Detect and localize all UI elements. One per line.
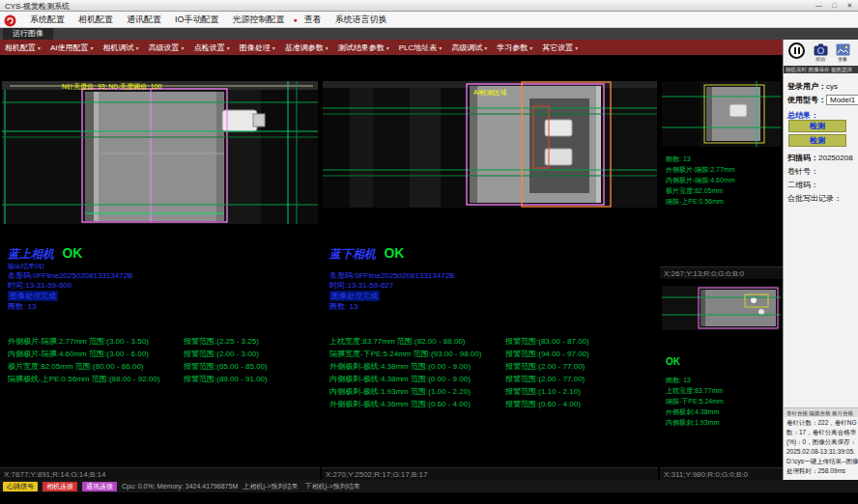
measure-row: 隔膜宽度-下PE:5.24mm 范围:(93.00 - 98.00)报警范围:(…: [329, 349, 589, 359]
tool-learning-params[interactable]: 学习参数▾: [492, 42, 537, 53]
center-camera-name: 蓝下相机: [329, 247, 376, 261]
menu-system-config[interactable]: 系统配置: [23, 14, 72, 26]
tool-camera-debug[interactable]: 相机调试▾: [99, 42, 144, 53]
left-camera-panel: N针亮度值: 93; N0-亮度阈值: 100 蓝上相机 OK 输出结果0针 条…: [0, 55, 320, 480]
left-status: 图像处理完成: [8, 291, 58, 301]
control-button-area: 抓拍 录像: [783, 40, 858, 66]
measure-row: 隔膜极线-上PE:0.56mm 范围:(88.00 - 92.00)报警范围:(…: [8, 374, 268, 384]
menu-camera-config[interactable]: 相机配置: [72, 14, 120, 26]
left-camera-result-row: 蓝上相机 OK: [8, 244, 82, 263]
chevron-down-icon: ▾: [439, 45, 442, 51]
info-panel: 登录用户：cys 使用型号：Model1 总结果： 检测 检测 扫描码：2025…: [783, 73, 858, 480]
aux-top-camera-panel: 圈数: 13 外侧极片-隔膜:2.77mm 内侧极片-隔膜:4.60mm 极片宽…: [660, 55, 783, 279]
tool-image-processing[interactable]: 图像处理▾: [235, 42, 280, 53]
menu-comm-config[interactable]: 通讯配置: [120, 14, 168, 26]
aux-top-line: 极片宽度:82.05mm: [666, 186, 723, 196]
tool-camera-config[interactable]: 相机配置▾: [0, 42, 45, 53]
login-user-value: cys: [826, 82, 838, 91]
aux-bottom-line: 上枕宽度:83.77mm: [666, 386, 723, 396]
menu-light-config[interactable]: 光源控制配置: [226, 14, 292, 26]
stats-header: 卷针合格 隔膜合格 极片合格: [784, 407, 858, 417]
qr-code-label: 二维码：: [787, 180, 818, 190]
aux-top-line: 圈数: 13: [666, 154, 691, 164]
center-camera-panel: AI检测区域 蓝下相机 OK 条形码:0FFline20250208133134…: [322, 55, 658, 480]
camera-connection-badge: 相机连接: [43, 482, 77, 491]
record-caption: 录像: [834, 56, 851, 62]
tool-other-settings[interactable]: 其它设置▾: [537, 42, 583, 53]
tool-advanced-settings[interactable]: 高级设置▾: [144, 42, 189, 53]
left-camera-image-svg: N针亮度值: 93; N0-亮度阈值: 100: [2, 81, 318, 224]
center-time: 时间:13-31-59-627: [329, 280, 393, 291]
measure-row: 外侧极片-隔膜:2.77mm 范围:(3.00 - 3.50)报警范围:(2.2…: [8, 336, 259, 347]
aux-top-line: 内侧极片-隔膜:4.60mm: [666, 176, 735, 185]
chevron-down-icon: ▾: [326, 45, 329, 51]
result-display-top: 检测: [788, 120, 846, 132]
chevron-down-icon: ▾: [38, 45, 41, 51]
stats-line: 卷针计数：222，卷针NG: [786, 419, 857, 428]
chevron-down-icon: ▾: [91, 45, 94, 51]
aux-bottom-image-svg: [662, 286, 781, 330]
result-display-bottom: 检测: [788, 134, 846, 147]
snapshot-caption: 抓拍: [812, 56, 829, 62]
model-value-box: Model1: [826, 95, 858, 105]
center-overlay-text: AI检测区域: [473, 89, 507, 97]
center-status: 图像处理完成: [329, 291, 380, 301]
chevron-down-icon: ▾: [484, 45, 487, 51]
chevron-down-icon: ▾: [227, 45, 230, 51]
menu-io-config[interactable]: IO手动配置: [168, 14, 226, 26]
pause-button[interactable]: [788, 42, 805, 59]
main-toolbar: 相机配置▾ AI使用配置▾ 相机调试▾ 高级设置▾ 点检设置▾ 图像处理▾ 基准…: [0, 40, 783, 55]
menu-bar: 系统配置 相机配置 通讯配置 IO手动配置 光源控制配置 ● 查看 系统语言切换: [0, 12, 858, 28]
aux-bottom-pixel-coords: X:311;Y:980;R:0;G:0;B:0: [660, 467, 783, 480]
title-bar: CYS-视觉检测系统 — □ ✕: [0, 0, 858, 12]
tool-test-result-params[interactable]: 测试结果参数▾: [333, 42, 394, 53]
tool-plc-address[interactable]: PLC地址表▾: [394, 42, 447, 53]
chevron-down-icon: ▾: [182, 45, 185, 51]
aux-bottom-line: 外侧极刺:4.38mm: [666, 407, 719, 417]
aux-bottom-line: 圈数: 13: [666, 376, 691, 385]
app-logo-icon: [4, 14, 16, 26]
measure-row: 上枕宽度:83.77mm 范围:(82.00 - 88.00)报警范围:(83.…: [329, 336, 589, 347]
left-time: 时间:13-31-59-600: [8, 280, 72, 291]
aux-bottom-line: 内侧极刺:1.93mm: [666, 418, 719, 428]
aux-top-pixel-coords: X:267;Y:13;R:0;G:0;B:0: [660, 266, 783, 279]
camera-prejudge-text: 上相机|->预判结果 下相机|->预判结果: [243, 482, 359, 491]
tool-baseline-params[interactable]: 基准调参数▾: [280, 42, 333, 53]
window-title: CYS-视觉检测系统: [5, 1, 70, 12]
menu-view[interactable]: 查看: [298, 14, 329, 26]
tool-advanced-debug[interactable]: 高级调试▾: [446, 42, 492, 53]
app-window: CYS-视觉检测系统 — □ ✕ 系统配置 相机配置 通讯配置 IO手动配置 光…: [0, 0, 858, 504]
close-button[interactable]: ✕: [844, 1, 856, 10]
center-pixel-coords: X:270;Y:2502;R:17;G:17;B:17: [322, 467, 658, 480]
minimize-button[interactable]: —: [813, 1, 825, 10]
center-camera-ok: OK: [384, 245, 404, 261]
login-user-row: 登录用户：cys: [787, 81, 838, 92]
stats-line: (%)：0，图像分离保存：: [786, 438, 856, 447]
aux-top-image-svg: [662, 81, 781, 147]
maximize-button[interactable]: □: [828, 1, 841, 10]
left-camera-ok: OK: [62, 245, 82, 261]
window-controls: — □ ✕: [813, 1, 856, 10]
aux-bottom-camera-view[interactable]: [662, 286, 781, 330]
center-turns: 圈数: 13: [329, 301, 358, 312]
scan-code-value: 20250208: [818, 154, 853, 162]
model-label: 使用型号：: [787, 96, 826, 104]
tool-ai-config[interactable]: AI使用配置▾: [45, 42, 99, 53]
aux-bottom-camera-panel: OK 圈数: 13 上枕宽度:83.77mm 隔膜-下PE:5.24mm 外侧极…: [660, 279, 783, 480]
measure-row: 内侧极刺-极线:1.93mm 范围:(1.00 - 2.20)报警范围:(1.1…: [329, 386, 581, 397]
chevron-down-icon: ▾: [136, 45, 139, 51]
tab-run-image[interactable]: 运行图像: [3, 28, 53, 40]
measure-row: 极片宽度:82.05mm 范围:(80.00 - 86.00)报警范围:(65.…: [8, 361, 268, 372]
stats-line: 数：17，卷针分离合格率: [786, 429, 856, 437]
chevron-down-icon: ▾: [529, 45, 532, 51]
chevron-down-icon: ▾: [386, 45, 389, 51]
chevron-down-icon: ▾: [272, 45, 275, 51]
scan-code-row: 扫描码：20250208: [787, 153, 853, 163]
menu-language-switch[interactable]: 系统语言切换: [329, 14, 394, 26]
tab-row: 运行图像: [0, 28, 858, 40]
tool-spot-check[interactable]: 点检设置▾: [189, 42, 235, 53]
left-camera-view[interactable]: N针亮度值: 93; N0-亮度阈值: 100: [2, 81, 318, 224]
aux-top-camera-view[interactable]: [662, 81, 781, 147]
left-camera-name: 蓝上相机: [8, 247, 54, 261]
center-camera-view[interactable]: AI检测区域: [323, 81, 657, 208]
